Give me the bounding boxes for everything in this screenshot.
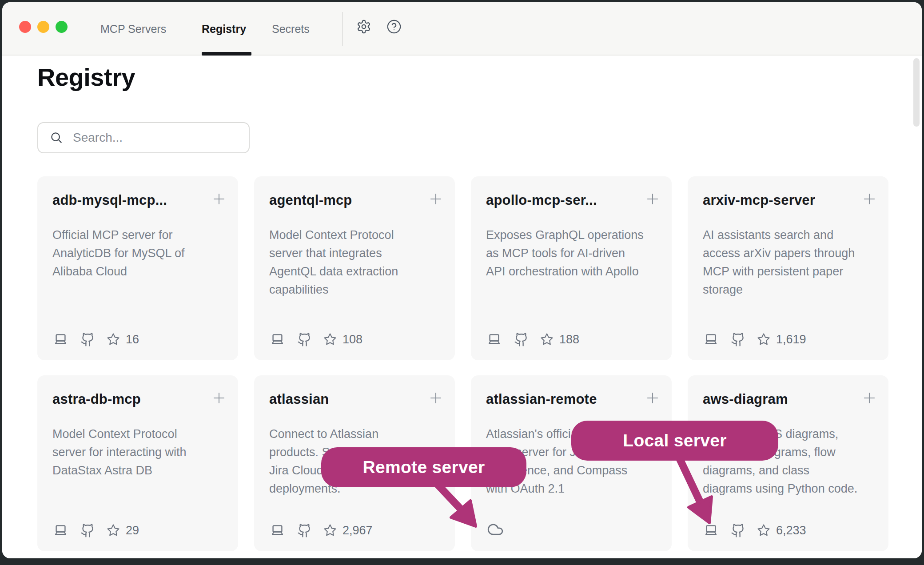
star-count: 1,619	[776, 333, 806, 346]
minimize-button[interactable]	[37, 21, 49, 33]
add-server-button[interactable]	[211, 191, 227, 207]
star-group: 1,619	[757, 333, 806, 346]
tab-registry[interactable]: Registry	[202, 2, 246, 56]
add-server-button[interactable]	[211, 390, 227, 406]
screen: { "titlebar": { "tabs": [ { "label": "MC…	[0, 0, 924, 565]
plus-icon	[861, 390, 878, 406]
vertical-scrollbar[interactable]	[913, 58, 920, 127]
star-count: 6,233	[776, 524, 806, 537]
server-card[interactable]: apollo-mcp-ser... Exposes GraphQL operat…	[471, 176, 672, 360]
card-title: aws-diagram	[703, 391, 863, 407]
star-icon	[323, 333, 337, 346]
add-server-button[interactable]	[644, 191, 661, 207]
help-button[interactable]	[386, 19, 402, 34]
card-footer-remote	[486, 521, 505, 538]
search-icon	[50, 131, 63, 144]
star-icon	[540, 333, 554, 346]
add-server-button[interactable]	[861, 390, 878, 406]
laptop-icon	[269, 332, 286, 347]
laptop-icon	[486, 332, 502, 347]
star-icon	[757, 333, 770, 346]
maximize-button[interactable]	[56, 21, 68, 33]
add-server-button[interactable]	[644, 390, 661, 406]
gear-icon	[356, 19, 371, 34]
laptop-icon	[703, 523, 719, 538]
star-icon	[757, 524, 770, 537]
card-description: Exposes GraphQL operationsas MCP tools f…	[486, 226, 657, 281]
plus-icon	[644, 390, 661, 406]
star-icon	[323, 524, 337, 537]
star-icon	[107, 524, 120, 537]
plus-icon	[861, 191, 878, 207]
add-server-button[interactable]	[861, 191, 878, 207]
search-box[interactable]	[37, 122, 250, 153]
card-footer-local: 2,967	[269, 523, 373, 538]
remote-server-callout: Remote server	[321, 447, 526, 487]
card-footer-local: 1,619	[703, 332, 806, 347]
star-group: 2,967	[323, 524, 373, 537]
card-footer-local: 29	[52, 523, 139, 538]
tab-mcp-servers[interactable]: MCP Servers	[100, 2, 166, 56]
github-icon	[731, 523, 745, 538]
card-grid: adb-mysql-mcp... Official MCP server for…	[37, 176, 888, 551]
laptop-icon	[52, 523, 69, 538]
server-card[interactable]: aws-diagram Generate AWS diagrams,sequen…	[688, 375, 888, 551]
github-icon	[297, 523, 312, 538]
plus-icon	[427, 191, 444, 207]
card-footer-local: 6,233	[703, 523, 806, 538]
card-footer-local: 188	[486, 332, 579, 347]
card-title: atlassian	[269, 391, 429, 407]
window-controls	[19, 21, 68, 33]
card-description: AI assistants search andaccess arXiv pap…	[703, 226, 873, 299]
settings-button[interactable]	[356, 19, 371, 34]
github-icon	[80, 523, 95, 538]
star-count: 29	[126, 524, 139, 537]
add-server-button[interactable]	[427, 390, 444, 406]
laptop-icon	[269, 523, 286, 538]
plus-icon	[211, 191, 227, 207]
star-count: 2,967	[343, 524, 373, 537]
app-window: MCP Servers Registry Secrets Registry	[2, 2, 922, 558]
laptop-icon	[52, 332, 69, 347]
plus-icon	[211, 390, 227, 406]
card-description: Model Context Protocolserver that integr…	[269, 226, 440, 299]
star-count: 108	[343, 333, 362, 346]
laptop-icon	[703, 332, 719, 347]
star-icon	[107, 333, 120, 346]
active-tab-indicator	[202, 52, 251, 56]
card-title: agentql-mcp	[269, 192, 429, 208]
card-title: arxiv-mcp-server	[703, 192, 863, 208]
github-icon	[297, 332, 312, 347]
star-group: 16	[107, 333, 139, 346]
server-card[interactable]: arxiv-mcp-server AI assistants search an…	[688, 176, 888, 360]
star-count: 16	[126, 333, 139, 346]
star-group: 108	[323, 333, 362, 346]
add-server-button[interactable]	[427, 191, 444, 207]
card-footer-local: 16	[52, 332, 139, 347]
star-group: 6,233	[757, 524, 806, 537]
card-title: adb-mysql-mcp...	[52, 192, 212, 208]
page-title: Registry	[37, 63, 135, 92]
star-group: 188	[540, 333, 579, 346]
card-title: astra-db-mcp	[52, 391, 212, 407]
server-card[interactable]: astra-db-mcp Model Context Protocolserve…	[37, 375, 238, 551]
help-icon	[386, 19, 402, 34]
close-button[interactable]	[19, 21, 31, 33]
plus-icon	[427, 390, 444, 406]
titlebar: MCP Servers Registry Secrets	[2, 2, 922, 56]
card-footer-local: 108	[269, 332, 362, 347]
server-card[interactable]: adb-mysql-mcp... Official MCP server for…	[37, 176, 238, 360]
github-icon	[80, 332, 95, 347]
cloud-icon	[486, 521, 505, 538]
github-icon	[731, 332, 745, 347]
card-description: Model Context Protocolserver for interac…	[52, 425, 223, 480]
local-server-callout: Local server	[571, 421, 778, 461]
card-title: apollo-mcp-ser...	[486, 192, 646, 208]
github-icon	[514, 332, 529, 347]
tab-secrets[interactable]: Secrets	[272, 2, 310, 56]
search-input[interactable]	[72, 130, 240, 145]
card-description: Official MCP server forAnalyticDB for My…	[52, 226, 223, 281]
plus-icon	[644, 191, 661, 207]
server-card[interactable]: agentql-mcp Model Context Protocolserver…	[254, 176, 455, 360]
star-group: 29	[107, 524, 139, 537]
